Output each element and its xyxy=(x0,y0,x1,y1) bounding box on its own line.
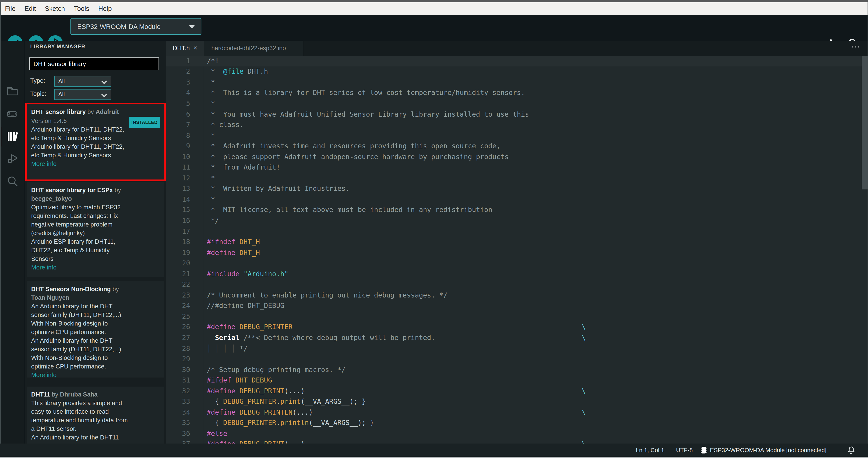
line-number: 9 xyxy=(166,142,190,150)
library-card[interactable]: DHT Sensors Non-Blocking byToan NguyenAn… xyxy=(27,281,164,377)
close-icon[interactable]: ✕ xyxy=(193,45,197,51)
code-line: 29 xyxy=(166,354,868,365)
library-version: Version 1.4.6 xyxy=(31,118,67,124)
code-line: 20 xyxy=(166,258,868,268)
chevron-down-icon xyxy=(189,25,195,28)
code-editor[interactable]: 1/*!2 * @file DHT.h3 *4 * This is a libr… xyxy=(166,56,868,443)
library-description-line: requirements. Last changes: Fix xyxy=(31,211,161,220)
code-line: 5 * xyxy=(166,98,868,109)
chip-icon xyxy=(701,446,707,454)
line-number: 2 xyxy=(166,67,190,76)
code-line: 6 * You must have Adafruit Unified Senso… xyxy=(166,109,868,119)
editor-pane: DHT.h ✕ hardcoded-dht22-esp32.ino ··· 1/… xyxy=(166,41,868,443)
more-info-link[interactable]: More info xyxy=(31,263,161,272)
menu-sketch[interactable]: Sketch xyxy=(45,5,65,12)
library-description-line: Arduino ESP library for DHT11, xyxy=(31,237,161,246)
library-card[interactable]: DHT sensor library for ESPx bybeegee_tok… xyxy=(27,182,164,277)
code-line: 21#include "Arduino.h" xyxy=(166,268,868,279)
code-line: 17 xyxy=(166,226,868,237)
library-description-line: negative temperature problem xyxy=(31,220,161,229)
code-line: 15 * MIT license, all text above must be… xyxy=(166,205,868,215)
line-number: 25 xyxy=(166,312,190,320)
code-line: 14 * xyxy=(166,194,868,205)
window-border-left xyxy=(0,2,1,457)
library-description-line: Sensors xyxy=(31,255,161,263)
line-number: 10 xyxy=(166,152,190,161)
library-card[interactable]: DHT11 by Dhruba SahaThis library provide… xyxy=(27,387,164,443)
code-line: 3 * xyxy=(166,77,868,87)
board-selector[interactable]: ESP32-WROOM-DA Module xyxy=(70,18,202,35)
debug-panel-icon[interactable] xyxy=(6,153,19,165)
code-line: 9 * Adafruit invests time and resources … xyxy=(166,141,868,151)
tab-dht-h[interactable]: DHT.h ✕ xyxy=(166,41,204,56)
menu-file[interactable]: File xyxy=(5,5,16,12)
line-number: 37 xyxy=(166,440,190,443)
tab-label: DHT.h xyxy=(173,45,190,52)
more-info-link[interactable]: More info xyxy=(31,371,161,377)
library-description-line: An Arduino library for the DHT xyxy=(31,302,161,311)
code-line: 22 xyxy=(166,279,868,290)
line-number: 8 xyxy=(166,131,190,140)
library-manager-panel: LIBRARY MANAGER Type: All Topic: All DHT… xyxy=(25,41,166,443)
line-number: 19 xyxy=(166,249,190,257)
line-number: 31 xyxy=(166,376,190,384)
library-description-line: (credits @helijunky) xyxy=(31,229,161,237)
vertical-scrollbar[interactable] xyxy=(862,56,868,190)
library-title: DHT sensor library by Adafruit xyxy=(31,108,161,116)
line-number: 30 xyxy=(166,366,190,374)
line-number: 15 xyxy=(166,206,190,214)
installed-badge: INSTALLED xyxy=(129,117,160,128)
code-line: 28│ │ │ │ */ xyxy=(166,343,868,354)
line-number: 20 xyxy=(166,259,190,267)
line-number: 24 xyxy=(166,302,190,310)
library-title: DHT11 by Dhruba Saha xyxy=(31,390,161,399)
line-number: 32 xyxy=(166,387,190,395)
code-line: 35 { DEBUG_PRINTER.println(__VA_ARGS__);… xyxy=(166,418,868,428)
tab-overflow-menu[interactable]: ··· xyxy=(851,43,861,51)
library-description-line: etc Temp & Humidity Sensors xyxy=(31,134,161,142)
code-line: 10 * please support Adafruit andopen-sou… xyxy=(166,151,868,162)
more-info-link[interactable]: More info xyxy=(31,160,161,168)
code-line: 30/* Setup debug printing macros. */ xyxy=(166,365,868,375)
library-description-line: etc Temp & Humidity Sensors xyxy=(31,151,161,160)
window-border-bottom xyxy=(0,457,868,458)
line-number: 12 xyxy=(166,174,190,182)
library-card[interactable]: DHT sensor library by AdafruitVersion 1.… xyxy=(27,104,164,179)
sketchbook-folder-icon[interactable] xyxy=(6,85,19,97)
search-icon[interactable] xyxy=(6,175,19,188)
library-description-line: Optimized libray to match ESP32 xyxy=(31,203,161,211)
code-line: 7 * class. xyxy=(166,120,868,130)
line-number: 14 xyxy=(166,195,190,203)
line-number: 5 xyxy=(166,99,190,108)
code-line: 19#define DHT_H xyxy=(166,247,868,258)
code-line: 2 * @file DHT.h xyxy=(166,66,868,77)
line-number: 4 xyxy=(166,89,190,97)
library-description-line: easy-to-use interface to read xyxy=(31,407,161,416)
menu-tools[interactable]: Tools xyxy=(74,5,89,12)
line-number: 34 xyxy=(166,408,190,417)
code-line: 25 xyxy=(166,311,868,322)
code-line: 16 */ xyxy=(166,215,868,226)
library-description-line: sensor family (DHT11, DHT22,...). xyxy=(31,345,161,353)
code-line: 34#define DEBUG_PRINTLN(...)\ xyxy=(166,407,868,418)
toolbar: ESP32-WROOM-DA Module xyxy=(0,15,868,41)
line-number: 22 xyxy=(166,281,190,289)
code-line: 8 * xyxy=(166,130,868,141)
tab-hardcoded-dht22-esp32[interactable]: hardcoded-dht22-esp32.ino xyxy=(204,41,304,56)
line-number: 18 xyxy=(166,238,190,246)
code-line: 13 * Written by Adafruit Industries. xyxy=(166,183,868,194)
menu-edit[interactable]: Edit xyxy=(25,5,36,12)
library-list: DHT sensor library by AdafruitVersion 1.… xyxy=(25,41,166,443)
library-manager-icon[interactable] xyxy=(6,130,19,142)
encoding: UTF-8 xyxy=(676,443,693,457)
menu-help[interactable]: Help xyxy=(98,5,112,12)
notification-bell-icon[interactable] xyxy=(847,446,855,454)
library-title: beegee_tokyo xyxy=(31,194,161,203)
library-description-line: This library provides a simple and xyxy=(31,399,161,407)
board-status[interactable]: ESP32-WROOM-DA Module [not connected] xyxy=(710,443,827,457)
line-number: 26 xyxy=(166,323,190,331)
line-number: 17 xyxy=(166,227,190,235)
line-number: 3 xyxy=(166,78,190,86)
code-line: 11 * from Adafruit! xyxy=(166,162,868,173)
boards-manager-icon[interactable] xyxy=(6,108,19,120)
